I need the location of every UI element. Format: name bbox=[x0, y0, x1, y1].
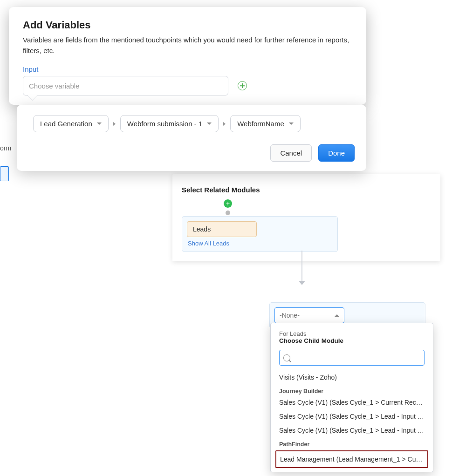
crumb-webform-name[interactable]: WebformName bbox=[230, 115, 301, 132]
chevron-down-icon bbox=[207, 122, 212, 125]
chevron-down-icon bbox=[289, 122, 294, 125]
crumb-label: Webform submission - 1 bbox=[127, 120, 202, 128]
breadcrumb-sep bbox=[113, 122, 116, 126]
done-button[interactable]: Done bbox=[318, 144, 355, 162]
related-modules-title: Select Related Modules bbox=[182, 186, 431, 194]
dropdown-item-lead-management[interactable]: Lead Management (Lead Management_1 > Cur… bbox=[275, 450, 428, 468]
tree-connector-line bbox=[301, 251, 302, 281]
breadcrumb-sep bbox=[223, 122, 226, 126]
choose-variable-placeholder: Choose variable bbox=[29, 82, 79, 90]
dropdown-group-pathfinder: PathFinder bbox=[271, 437, 433, 449]
dropdown-title: Choose Child Module bbox=[279, 337, 425, 344]
dialog-description: Variables are fields from the mentioned … bbox=[23, 35, 352, 56]
leads-node: Leads Show All Leads bbox=[182, 216, 338, 252]
crumb-lead-generation[interactable]: Lead Generation bbox=[33, 115, 109, 132]
add-variables-dialog: Add Variables Variables are fields from … bbox=[9, 7, 366, 105]
cancel-button[interactable]: Cancel bbox=[270, 144, 312, 162]
related-modules-panel: Select Related Modules + Leads Show All … bbox=[172, 174, 440, 261]
dialog-actions: Cancel Done bbox=[33, 144, 355, 162]
dropdown-context: For Leads bbox=[279, 330, 307, 337]
chevron-down-icon bbox=[97, 122, 102, 125]
leads-chip[interactable]: Leads bbox=[187, 221, 257, 237]
background-selected-box bbox=[0, 166, 9, 181]
crumb-label: Lead Generation bbox=[40, 120, 92, 128]
add-node-icon[interactable]: + bbox=[224, 199, 232, 208]
choose-variable-input[interactable]: Choose variable bbox=[23, 76, 228, 95]
dropdown-item-visits[interactable]: Visits (Visits - Zoho) bbox=[271, 370, 433, 384]
variable-row: Choose variable bbox=[23, 76, 352, 95]
module-tree: + Leads Show All Leads bbox=[182, 216, 431, 252]
show-all-leads-link[interactable]: Show All Leads bbox=[187, 240, 333, 247]
dialog-title: Add Variables bbox=[23, 19, 352, 31]
dropdown-item[interactable]: Sales Cycle (V1) (Sales Cycle_1 > Lead -… bbox=[271, 423, 433, 437]
dropdown-header: For Leads Choose Child Module bbox=[271, 330, 433, 346]
dropdown-group-journey-builder: Journey Builder bbox=[271, 384, 433, 395]
background-fragment: orm bbox=[0, 144, 17, 155]
dropdown-item[interactable]: Sales Cycle (V1) (Sales Cycle_1 > Curren… bbox=[271, 395, 433, 409]
chevron-up-icon bbox=[335, 314, 339, 317]
tree-arrow-down-icon bbox=[299, 281, 305, 285]
dropdown-search[interactable] bbox=[279, 350, 425, 366]
child-module-dropdown: For Leads Choose Child Module Visits (Vi… bbox=[270, 323, 433, 472]
input-label: Input bbox=[23, 65, 352, 73]
node-connector-icon bbox=[226, 211, 230, 215]
crumb-label: WebformName bbox=[237, 120, 284, 128]
breadcrumb: Lead Generation Webform submission - 1 W… bbox=[33, 115, 355, 132]
child-module-select[interactable]: -None- bbox=[274, 307, 344, 323]
dropdown-search-input[interactable] bbox=[293, 354, 420, 362]
variable-picker-popup: Lead Generation Webform submission - 1 W… bbox=[17, 105, 366, 171]
dropdown-item[interactable]: Sales Cycle (V1) (Sales Cycle_1 > Lead -… bbox=[271, 409, 433, 423]
search-icon bbox=[283, 354, 290, 361]
select-value: -None- bbox=[280, 312, 300, 319]
add-variable-icon[interactable] bbox=[238, 81, 247, 90]
crumb-webform-submission[interactable]: Webform submission - 1 bbox=[120, 115, 219, 132]
